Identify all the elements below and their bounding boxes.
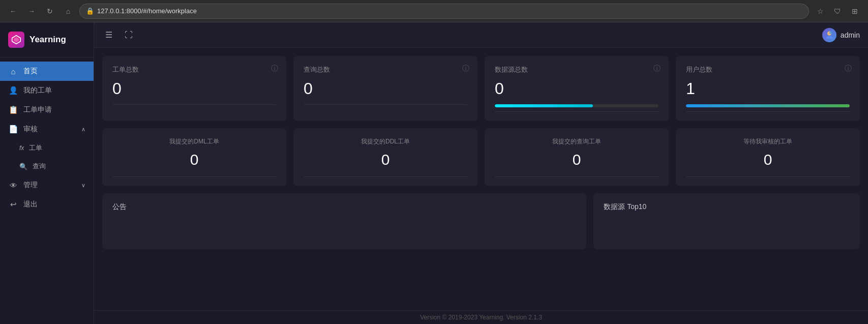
stat-divider-users <box>686 111 850 112</box>
back-button[interactable]: ← <box>6 4 20 18</box>
footer: Version © 2019-2023 Yearning. Version 2.… <box>94 310 868 324</box>
stat-card-users: 用户总数 1 ⓘ <box>676 56 860 121</box>
sidebar-item-apply-workorder[interactable]: 📋 工单申请 <box>0 100 94 120</box>
menu-icon: ☰ <box>105 31 112 39</box>
stat-card-queries: 查询总数 0 ⓘ <box>293 56 477 121</box>
sidebar-item-manage-label: 管理 <box>23 181 38 190</box>
stat-workorders-label: 工单总数 <box>112 65 276 74</box>
pending-value: 0 <box>686 151 850 168</box>
my-ddl-divider <box>304 176 467 177</box>
announcement-title: 公告 <box>112 202 576 212</box>
sidebar-item-audit-workorder[interactable]: fx 工单 <box>0 139 94 157</box>
my-stat-card-pending: 等待我审核的工单 0 <box>676 128 860 186</box>
top-bar-right: admin <box>822 28 860 42</box>
my-dml-value: 0 <box>112 151 276 168</box>
shield-button[interactable]: 🛡 <box>830 4 845 18</box>
sidebar-item-logout[interactable]: ↩ 退出 <box>0 195 94 214</box>
apply-icon: 📋 <box>8 105 18 114</box>
stat-divider-datasources <box>495 111 659 112</box>
my-query-divider <box>495 176 659 177</box>
home-icon: ⌂ <box>8 67 18 76</box>
user-name: admin <box>841 31 860 39</box>
my-stat-card-dml: 我提交的DML工单 0 <box>102 128 286 186</box>
top-bar-left: ☰ ⛶ <box>102 28 136 42</box>
sidebar-sub-query-label: 查询 <box>33 162 46 171</box>
manage-icon: 👁 <box>8 181 18 190</box>
sidebar-item-home-label: 首页 <box>23 67 38 76</box>
top10-title: 数据源 Top10 <box>604 202 850 212</box>
sidebar-nav: ⌂ 首页 👤 我的工单 📋 工单申请 📄 审核 ∧ fx 工单 🔍 <box>0 57 94 324</box>
stat-users-label: 用户总数 <box>686 65 850 74</box>
extensions-button[interactable]: ⊞ <box>848 4 862 18</box>
stat-datasources-value: 0 <box>495 79 659 98</box>
sidebar-item-my-workorder-label: 我的工单 <box>23 86 52 95</box>
home-button[interactable]: ⌂ <box>61 4 75 18</box>
sidebar-sub-workorder-label: 工单 <box>29 143 42 153</box>
manage-arrow-icon: ∨ <box>81 182 85 189</box>
user-icon: 👤 <box>8 86 18 95</box>
users-progress-fill <box>686 104 850 107</box>
menu-toggle-button[interactable]: ☰ <box>102 28 115 42</box>
my-stats-row: 我提交的DML工单 0 我提交的DDL工单 0 我提交的查询工单 0 等待我审核… <box>102 128 860 186</box>
browser-chrome: ← → ↻ ⌂ 🔒 127.0.0.1:8000/#/home/workplac… <box>0 0 868 22</box>
footer-text: Version © 2019-2023 Yearning. Version 2.… <box>420 314 542 321</box>
sidebar-item-audit-label: 审核 <box>23 125 38 134</box>
query-icon: 🔍 <box>19 163 27 170</box>
sidebar-item-audit-query[interactable]: 🔍 查询 <box>0 157 94 175</box>
avatar <box>822 28 836 42</box>
my-stat-card-ddl: 我提交的DDL工单 0 <box>293 128 477 186</box>
stats-row: 工单总数 0 ⓘ 查询总数 0 ⓘ 数据源总数 0 ⓘ <box>102 56 860 121</box>
sidebar: Yearning ⌂ 首页 👤 我的工单 📋 工单申请 📄 审核 ∧ fx <box>0 22 94 324</box>
forward-button[interactable]: → <box>24 4 39 18</box>
users-progress-bar <box>686 104 850 107</box>
pending-label: 等待我审核的工单 <box>686 137 850 146</box>
sidebar-item-audit[interactable]: 📄 审核 ∧ <box>0 120 94 139</box>
info-icon-queries: ⓘ <box>462 64 469 73</box>
logo-text: Yearning <box>29 35 66 45</box>
stat-card-datasources: 数据源总数 0 ⓘ <box>485 56 669 121</box>
sidebar-item-apply-label: 工单申请 <box>23 105 52 114</box>
stat-queries-value: 0 <box>304 79 467 98</box>
my-query-value: 0 <box>495 151 659 168</box>
my-stat-card-query: 我提交的查询工单 0 <box>485 128 669 186</box>
expand-icon: ⛶ <box>125 31 133 39</box>
info-icon-workorders: ⓘ <box>271 64 278 73</box>
fx-icon: fx <box>19 144 24 152</box>
address-bar[interactable]: 🔒 127.0.0.1:8000/#/home/workplace <box>79 4 809 19</box>
dashboard: 工单总数 0 ⓘ 查询总数 0 ⓘ 数据源总数 0 ⓘ <box>94 48 868 310</box>
info-icon-datasources: ⓘ <box>653 64 661 73</box>
browser-right-icons: ☆ 🛡 ⊞ <box>813 4 862 18</box>
datasource-progress-fill <box>495 104 593 107</box>
stat-card-workorders: 工单总数 0 ⓘ <box>102 56 286 121</box>
logout-icon: ↩ <box>8 200 18 209</box>
sidebar-item-logout-label: 退出 <box>23 200 38 209</box>
address-text: 127.0.0.1:8000/#/home/workplace <box>97 7 197 15</box>
stat-workorders-value: 0 <box>112 79 276 98</box>
sidebar-item-manage[interactable]: 👁 管理 ∨ <box>0 175 94 195</box>
info-icon-users: ⓘ <box>845 64 852 73</box>
audit-icon: 📄 <box>8 125 18 134</box>
sidebar-item-home[interactable]: ⌂ 首页 <box>0 62 94 81</box>
stat-divider-queries <box>304 104 467 105</box>
sidebar-item-my-workorder[interactable]: 👤 我的工单 <box>0 81 94 100</box>
expand-button[interactable]: ⛶ <box>122 28 136 42</box>
bottom-row: 公告 数据源 Top10 <box>102 193 860 249</box>
my-dml-divider <box>112 176 276 177</box>
datasource-progress-bar <box>495 104 659 107</box>
my-ddl-value: 0 <box>304 151 467 168</box>
refresh-button[interactable]: ↻ <box>43 4 57 18</box>
bookmark-button[interactable]: ☆ <box>813 4 827 18</box>
main-area: ☰ ⛶ admin <box>94 22 868 324</box>
svg-point-3 <box>829 31 833 34</box>
my-ddl-label: 我提交的DDL工单 <box>304 137 467 146</box>
logo-icon <box>8 32 24 48</box>
top-bar: ☰ ⛶ admin <box>94 22 868 48</box>
stat-divider-workorders <box>112 104 276 105</box>
my-dml-label: 我提交的DML工单 <box>112 137 276 146</box>
stat-datasources-label: 数据源总数 <box>495 65 659 74</box>
app-container: Yearning ⌂ 首页 👤 我的工单 📋 工单申请 📄 审核 ∧ fx <box>0 22 868 324</box>
pending-divider <box>686 176 850 177</box>
my-query-label: 我提交的查询工单 <box>495 137 659 146</box>
top10-card: 数据源 Top10 <box>593 193 860 249</box>
audit-arrow-icon: ∧ <box>81 126 85 133</box>
